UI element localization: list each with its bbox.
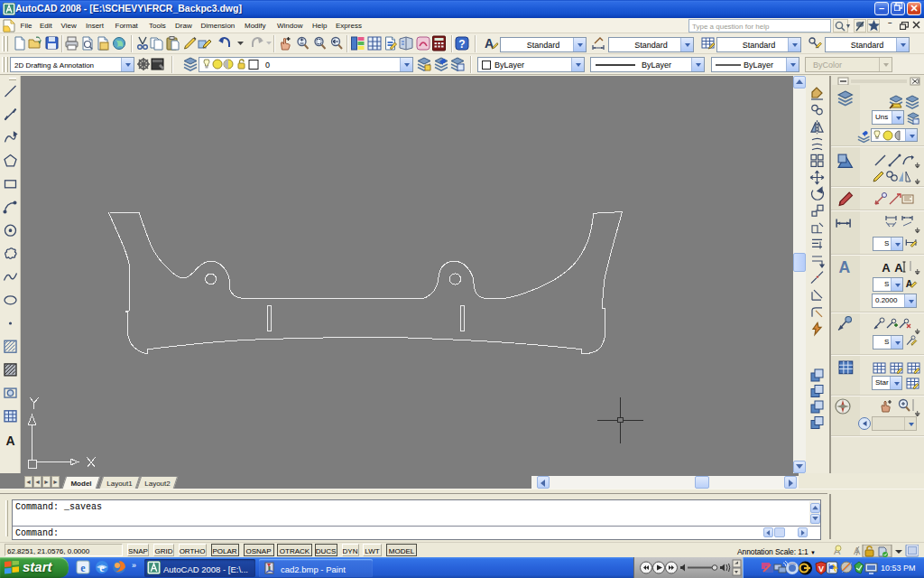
svg-text:A: A	[5, 434, 14, 448]
svg-text:A: A	[894, 261, 903, 275]
svg-text:?: ?	[458, 38, 465, 51]
svg-text:V: V	[818, 564, 824, 573]
svg-text:e: e	[80, 562, 86, 574]
svg-text:A: A	[882, 261, 891, 275]
svg-text:»: »	[132, 561, 136, 570]
svg-text:A: A	[838, 258, 850, 276]
svg-text:e: e	[99, 562, 105, 574]
